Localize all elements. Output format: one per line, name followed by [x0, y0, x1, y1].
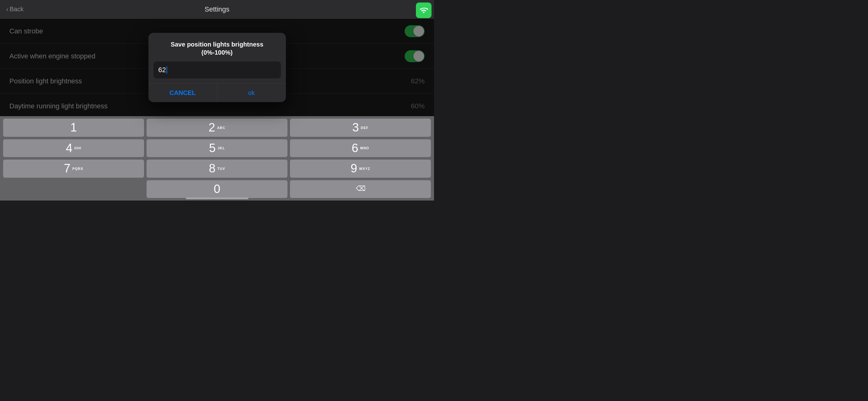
key-3-letters: DEF — [361, 126, 369, 130]
key-empty — [3, 180, 144, 198]
key-3[interactable]: 3 DEF — [290, 119, 431, 137]
key-4-number: 4 — [66, 141, 72, 155]
wifi-icon — [416, 2, 432, 18]
key-6-inner: 6 MNO — [352, 141, 369, 155]
keyboard-grid: 1 2 ABC 3 DEF 4 GHI 5 JKL — [3, 119, 431, 198]
key-9-letters: WXYZ — [359, 167, 370, 170]
home-indicator — [186, 198, 248, 199]
text-cursor — [166, 66, 167, 74]
modal-overlay: Save position lights brightness (0%-100%… — [0, 19, 434, 116]
key-7-number: 7 — [64, 162, 70, 175]
key-6[interactable]: 6 MNO — [290, 139, 431, 157]
key-8-number: 8 — [209, 162, 215, 175]
key-3-inner: 3 DEF — [352, 121, 368, 134]
back-chevron-icon: ‹ — [6, 6, 8, 13]
key-2-inner: 2 ABC — [209, 121, 226, 134]
key-3-number: 3 — [352, 121, 359, 134]
key-6-number: 6 — [352, 141, 359, 155]
cancel-button[interactable]: CANCEL — [148, 84, 217, 102]
modal-input-display[interactable]: 62 — [153, 62, 281, 78]
modal-input-wrapper: 62 — [148, 62, 286, 83]
key-5-letters: JKL — [217, 146, 225, 150]
key-5[interactable]: 5 JKL — [147, 139, 287, 157]
modal-dialog: Save position lights brightness (0%-100%… — [148, 33, 286, 102]
key-5-number: 5 — [209, 141, 216, 155]
key-8[interactable]: 8 TUV — [147, 160, 287, 178]
key-9[interactable]: 9 WXYZ — [290, 160, 431, 178]
key-0-number: 0 — [214, 182, 220, 196]
back-label: Back — [10, 6, 24, 13]
key-7-letters: PQRS — [72, 167, 83, 170]
modal-input-value: 62 — [158, 66, 166, 74]
modal-buttons: CANCEL ok — [148, 83, 286, 102]
key-2[interactable]: 2 ABC — [147, 119, 287, 137]
key-5-inner: 5 JKL — [209, 141, 225, 155]
keyboard-area: 1 2 ABC 3 DEF 4 GHI 5 JKL — [0, 116, 434, 201]
key-4-letters: GHI — [74, 146, 82, 150]
backspace-icon: ⌫ — [355, 185, 366, 193]
key-1-number: 1 — [70, 121, 77, 134]
key-4[interactable]: 4 GHI — [3, 139, 144, 157]
key-9-inner: 9 WXYZ — [350, 162, 370, 175]
key-2-number: 2 — [209, 121, 215, 134]
modal-title: Save position lights brightness (0%-100%… — [148, 33, 286, 62]
key-4-inner: 4 GHI — [66, 141, 82, 155]
key-6-letters: MNO — [360, 146, 369, 150]
key-1[interactable]: 1 — [3, 119, 144, 137]
key-backspace[interactable]: ⌫ — [290, 180, 431, 198]
key-8-letters: TUV — [217, 167, 225, 170]
key-1-inner: 1 — [70, 121, 77, 134]
header: ‹ Back Settings — [0, 0, 434, 19]
ok-button[interactable]: ok — [217, 84, 286, 102]
page-title: Settings — [205, 5, 230, 13]
key-8-inner: 8 TUV — [209, 162, 225, 175]
svg-text:⌫: ⌫ — [355, 185, 365, 192]
key-2-letters: ABC — [217, 126, 226, 130]
back-button[interactable]: ‹ Back — [6, 6, 24, 13]
key-9-number: 9 — [350, 162, 357, 175]
key-7-inner: 7 PQRS — [64, 162, 83, 175]
key-7[interactable]: 7 PQRS — [3, 160, 144, 178]
key-0[interactable]: 0 — [147, 180, 287, 198]
